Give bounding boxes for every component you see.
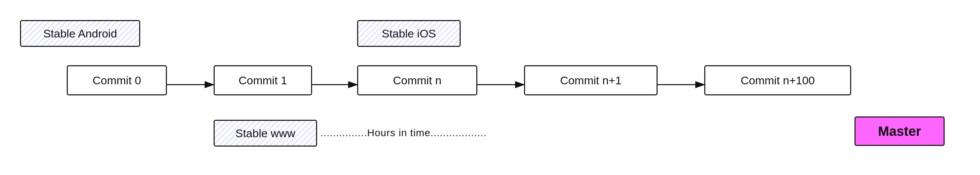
stable-ios-label: Stable iOS xyxy=(382,27,436,40)
commit-1-label: Commit 1 xyxy=(239,74,287,87)
diagram: Stable Android Stable iOS Commit 0 Commi… xyxy=(0,0,980,175)
stable-android-box: Stable Android xyxy=(20,20,140,47)
commit-0-box: Commit 0 xyxy=(67,65,167,95)
stable-android-label: Stable Android xyxy=(43,27,117,40)
stable-ios-box: Stable iOS xyxy=(357,20,461,47)
commit-n100-box: Commit n+100 xyxy=(704,65,851,95)
commit-n1-label: Commit n+1 xyxy=(560,74,622,87)
commit-n-label: Commit n xyxy=(393,74,441,87)
commit-0-label: Commit 0 xyxy=(92,74,141,87)
master-label: Master xyxy=(878,124,921,139)
master-box: Master xyxy=(854,116,945,146)
commit-n1-box: Commit n+1 xyxy=(524,65,657,95)
hours-in-time-label: ...............Hours in time............… xyxy=(320,127,487,138)
stable-www-label: Stable www xyxy=(235,127,295,140)
stable-www-box: Stable www xyxy=(214,120,317,146)
commit-n100-label: Commit n+100 xyxy=(741,74,815,87)
commit-n-box: Commit n xyxy=(357,65,477,95)
commit-1-box: Commit 1 xyxy=(214,65,312,95)
